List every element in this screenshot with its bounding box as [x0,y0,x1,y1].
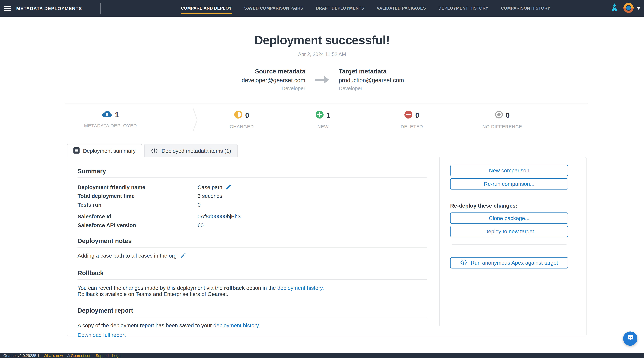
row-value: Case path [198,184,222,191]
navbar-divider [100,3,101,14]
nav-item-draft-deployments[interactable]: DRAFT DEPLOYMENTS [316,0,364,17]
deployment-history-link[interactable]: deployment history [214,322,258,328]
source-org-type: Developer [180,86,305,92]
row-label: Deployment friendly name [78,184,198,191]
summary-row-tests-run: Tests run 0 [78,202,427,208]
no-difference-icon [495,111,503,120]
whats-new-link[interactable]: What's new [44,353,63,357]
row-label: Salesforce Id [78,213,198,220]
summary-row-deployment-time: Total deployment time 3 seconds [78,193,427,199]
arrow-right-icon [314,75,330,86]
deployment-timestamp: Apr 2, 2024 11:52 AM [0,51,644,57]
gearset-com-link[interactable]: Gearset.com [71,353,92,357]
rerun-comparison-button[interactable]: Re-run comparison... [450,178,568,190]
stat-label: METADATA DEPLOYED [84,123,137,128]
changed-icon [234,111,242,120]
app-title: METADATA DEPLOYMENTS [16,6,82,11]
summary-list-icon [73,147,80,155]
stat-value: 0 [415,111,419,120]
account-menu-button[interactable] [623,2,641,14]
edit-icon[interactable] [181,253,186,258]
deployment-report-text: A copy of the deployment report has been… [78,322,427,328]
tab-label: Deployment summary [83,148,136,154]
actions-divider [452,244,566,245]
deployment-history-link[interactable]: deployment history [277,285,322,291]
row-label: Total deployment time [78,193,198,199]
hamburger-menu-icon[interactable] [4,6,11,11]
deployment-summary-card: Summary Deployment friendly name Case pa… [67,157,586,336]
nav-item-saved-comparison-pairs[interactable]: SAVED COMPARISON PAIRS [244,0,303,17]
stat-value: 0 [245,111,249,120]
caret-down-icon [636,7,640,10]
actions-column: New comparison Re-run comparison... Re-d… [440,157,586,326]
stats-top-divider [64,104,588,104]
section-divider [78,317,427,317]
row-value: 0 [198,202,200,208]
rocket-icon[interactable] [611,3,618,14]
section-divider [78,177,427,178]
download-full-report-link[interactable]: Download full report [78,332,126,338]
cloud-upload-icon [102,111,112,119]
new-comparison-button[interactable]: New comparison [450,165,568,176]
target-org-type: Developer [339,86,464,92]
row-value: 60 [198,222,204,228]
target-heading: Target metadata [339,68,464,75]
edit-icon[interactable] [226,185,231,190]
tab-label: Deployed metadata items (1) [162,148,231,154]
gearset-logo-icon [623,2,634,14]
stat-label: NEW [318,124,328,129]
summary-column: Summary Deployment friendly name Case pa… [67,157,440,336]
top-navbar: METADATA DEPLOYMENTS COMPARE AND DEPLOY … [0,0,644,17]
stat-label: CHANGED [230,124,254,129]
navbar-menu: COMPARE AND DEPLOY SAVED COMPARISON PAIR… [181,0,550,17]
section-divider [78,279,427,280]
stat-changed: 0 CHANGED [230,111,254,129]
source-target-summary: Source metadata developer@gearset.com De… [0,68,644,91]
stat-deleted: 0 DELETED [401,111,423,129]
nav-item-deployment-history[interactable]: DEPLOYMENT HISTORY [438,0,488,17]
source-metadata-block: Source metadata developer@gearset.com De… [180,68,305,91]
stat-no-difference: 0 NO DIFFERENCE [482,111,522,129]
stat-value: 1 [115,111,119,119]
nav-item-comparison-history[interactable]: COMPARISON HISTORY [501,0,550,17]
new-icon [316,111,324,120]
row-label: Salesforce API version [78,222,198,228]
footer-version: Gearset v2.0.29285.1 [4,353,40,357]
app-footer: Gearset v2.0.29285.1 – What's new – © Ge… [0,353,644,358]
code-icon [151,148,158,153]
target-org-email: production@gearset.com [339,77,464,83]
summary-row-api-version: Salesforce API version 60 [78,222,427,228]
rollback-text: You can revert the changes made by this … [78,285,427,297]
nav-item-validated-packages[interactable]: VALIDATED PACKAGES [377,0,426,17]
summary-row-friendly-name: Deployment friendly name Case path [78,184,427,191]
source-heading: Source metadata [180,68,305,75]
page-title: Deployment successful! [0,33,644,47]
chat-launcher-button[interactable] [623,331,638,346]
tab-deployment-summary[interactable]: Deployment summary [67,144,142,157]
deployment-stats-row: 1 METADATA DEPLOYED 0 CHANGED [64,108,588,141]
rollback-heading: Rollback [78,269,427,276]
tab-deployed-metadata-items[interactable]: Deployed metadata items (1) [144,144,238,157]
nav-item-compare-and-deploy[interactable]: COMPARE AND DEPLOY [181,0,232,17]
code-icon [460,259,467,266]
navbar-right [611,0,640,17]
stat-value: 1 [326,111,330,120]
support-link[interactable]: Support [96,353,109,357]
section-divider [78,247,427,248]
run-anonymous-apex-button[interactable]: Run anonymous Apex against target [450,257,568,268]
deployment-report-heading: Deployment report [78,307,427,314]
deploy-to-new-target-button[interactable]: Deploy to new target [450,226,568,237]
stat-label: NO DIFFERENCE [482,124,522,129]
summary-heading: Summary [78,167,427,174]
stats-divider-chevron-icon [192,108,198,134]
target-metadata-block: Target metadata production@gearset.com D… [339,68,464,91]
deployment-notes-heading: Deployment notes [78,237,427,244]
deleted-icon [404,111,412,120]
detail-tabs: Deployment summary Deployed metadata ite… [67,144,238,157]
stat-new: 1 NEW [316,111,330,129]
navbar-left: METADATA DEPLOYMENTS [0,3,101,14]
row-label: Tests run [78,202,198,208]
clone-package-button[interactable]: Clone package... [450,213,568,224]
legal-link[interactable]: Legal [112,353,122,357]
stat-label: DELETED [401,124,423,129]
